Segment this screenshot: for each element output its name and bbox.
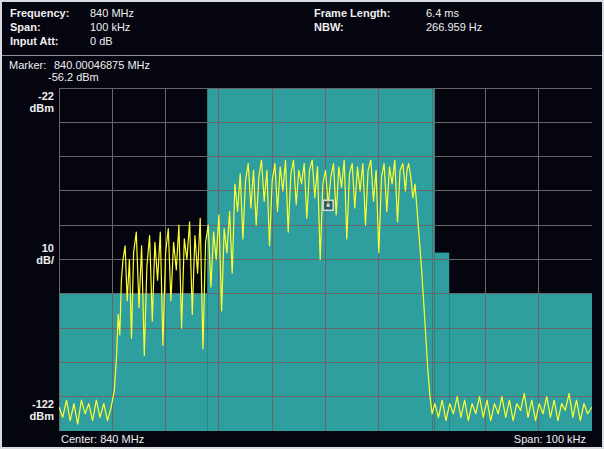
input-att-label: Input Att: — [10, 35, 58, 47]
spectrum-analyzer-screen: Frequency: 840 MHz Span: 100 kHz Input A… — [0, 0, 604, 449]
frame-length-value: 6.4 ms — [426, 7, 459, 19]
ref-level-unit: dBm — [4, 102, 54, 114]
marker-readout-label: Marker: — [9, 59, 46, 71]
marker-readout-amplitude: -56.2 dBm — [48, 71, 99, 83]
span-footer-label: Span: 100 kHz — [514, 433, 586, 445]
nbw-label: NBW: — [314, 21, 344, 33]
frequency-value: 840 MHz — [90, 7, 134, 19]
frame-length-label: Frame Length: — [314, 7, 390, 19]
spectrum-plot — [59, 88, 592, 431]
marker-readout-frequency: 840.00046875 MHz — [54, 59, 150, 71]
bottom-level-unit: dBm — [4, 410, 54, 422]
mask-region — [435, 253, 449, 431]
header-separator — [2, 55, 602, 56]
marker-dot — [327, 204, 330, 207]
bottom-level-label: -122 — [4, 398, 54, 410]
nbw-value: 266.959 Hz — [426, 21, 482, 33]
center-frequency-label: Center: 840 MHz — [61, 433, 144, 445]
scale-unit: dB/ — [4, 254, 54, 266]
span-value: 100 kHz — [90, 21, 130, 33]
frequency-label: Frequency: — [10, 7, 69, 19]
span-label: Span: — [10, 21, 41, 33]
ref-level-label: -22 — [4, 90, 54, 102]
scale-label: 10 — [4, 242, 54, 254]
spectrum-plot-area — [59, 88, 592, 431]
input-att-value: 0 dB — [90, 35, 113, 47]
